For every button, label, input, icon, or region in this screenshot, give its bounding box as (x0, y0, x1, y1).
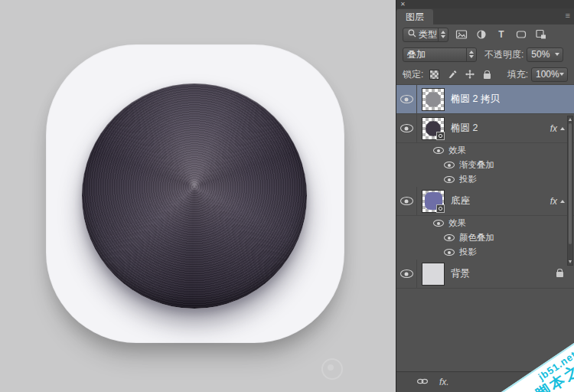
pixel-layers-filter-button[interactable] (453, 28, 470, 42)
eye-icon[interactable] (444, 234, 455, 241)
canvas-watermark-ghost (321, 358, 343, 380)
effect-row-gradient-overlay[interactable]: 渐变叠加 (396, 158, 574, 172)
close-icon[interactable]: ✕ (400, 2, 406, 8)
blend-mode-dropdown[interactable]: 叠加 (403, 47, 477, 62)
dropdown-arrows (466, 48, 476, 61)
eye-icon[interactable] (444, 249, 455, 256)
adjustment-layers-filter-button[interactable] (473, 28, 490, 42)
eye-icon[interactable] (433, 220, 444, 227)
filter-row: 类型 T (396, 24, 574, 44)
lock-position-icon[interactable] (463, 68, 476, 81)
layer-style-icon[interactable]: fx. (439, 377, 449, 387)
layer-thumbnail[interactable] (422, 88, 445, 111)
lock-row: 锁定: 填充: 100% (396, 64, 574, 84)
effect-row-drop-shadow[interactable]: 投影 (396, 172, 574, 187)
fx-badge[interactable]: fx (550, 123, 557, 134)
link-layers-icon[interactable] (416, 376, 429, 389)
brushed-metal-knob (82, 83, 307, 309)
chevron-down-icon (559, 73, 564, 76)
blend-row: 叠加 不透明度: 50% (396, 44, 574, 64)
effects-label: 效果 (448, 217, 466, 229)
lock-transparency-icon[interactable] (428, 68, 441, 81)
vector-mask-badge (436, 132, 445, 140)
type-layers-filter-button[interactable]: T (493, 28, 510, 42)
effect-row-color-overlay[interactable]: 颜色叠加 (396, 230, 574, 245)
effects-header-row[interactable]: 效果 (396, 143, 574, 158)
eye-icon[interactable] (433, 147, 444, 154)
effect-label: 投影 (459, 247, 477, 258)
smart-object-filter-button[interactable] (533, 28, 550, 42)
panel-group-bar: ✕ (396, 0, 574, 8)
vector-mask-badge (436, 204, 445, 213)
layer-name: 底座 (451, 194, 470, 207)
collapse-effects-arrow[interactable] (560, 200, 565, 203)
filter-kind-label: 类型 (419, 28, 437, 41)
shape-layers-filter-button[interactable] (513, 28, 530, 42)
fx-badge[interactable]: fx (550, 196, 557, 207)
scroll-down-icon[interactable] (569, 260, 572, 263)
layer-thumbnail[interactable] (422, 263, 445, 286)
eye-icon (400, 124, 413, 132)
tab-layers[interactable]: 图层 (396, 9, 433, 24)
lock-icon (556, 269, 563, 279)
layers-panel: ✕ 图层 ≡ 类型 T (396, 0, 574, 392)
scroll-up-icon[interactable] (569, 118, 572, 121)
visibility-toggle[interactable] (396, 114, 417, 142)
fill-label: 填充: (507, 68, 528, 81)
scrollbar-thumb[interactable] (569, 123, 572, 244)
panel-tabbar: 图层 ≡ (396, 8, 574, 24)
blend-mode-value: 叠加 (407, 48, 426, 61)
canvas-area[interactable] (0, 0, 396, 392)
layer-name: 背景 (451, 267, 470, 280)
chevron-down-icon (555, 53, 559, 56)
icon-base-squircle (46, 44, 344, 343)
effect-row-drop-shadow[interactable]: 投影 (396, 245, 574, 260)
panel-bottom-bar: fx. (396, 371, 574, 392)
layer-row-ellipse2-copy[interactable]: 椭圆 2 拷贝 (396, 85, 574, 114)
layer-row-background[interactable]: 背景 (396, 260, 574, 289)
eye-icon[interactable] (444, 162, 455, 168)
layer-name: 椭圆 2 (451, 122, 478, 135)
effect-label: 投影 (459, 174, 477, 185)
layer-row-base[interactable]: 底座 fx (396, 187, 574, 216)
eye-icon[interactable] (444, 176, 455, 183)
collapse-effects-arrow[interactable] (560, 127, 565, 130)
layer-thumbnail[interactable] (422, 190, 445, 213)
panel-menu-icon[interactable]: ≡ (566, 11, 569, 20)
fill-field[interactable]: 100% (531, 67, 568, 82)
lock-pixels-icon[interactable] (445, 68, 458, 81)
layers-list: 椭圆 2 拷贝 椭圆 2 fx 效果 渐变叠加 投影 (396, 84, 574, 372)
effects-header-row[interactable]: 效果 (396, 216, 574, 230)
effect-label: 颜色叠加 (459, 232, 494, 243)
effect-label: 渐变叠加 (459, 159, 494, 171)
type-icon: T (498, 29, 504, 40)
filter-kind-dropdown[interactable]: 类型 (403, 28, 448, 42)
photoshop-window: ✕ 图层 ≡ 类型 T (0, 0, 574, 392)
layer-thumbnail[interactable] (422, 117, 445, 140)
dropdown-arrows (438, 28, 448, 41)
layer-name: 椭圆 2 拷贝 (451, 93, 500, 106)
opacity-value: 50% (531, 49, 550, 60)
effects-label: 效果 (448, 145, 466, 156)
lock-all-icon[interactable] (481, 68, 494, 81)
lock-label: 锁定: (403, 68, 423, 81)
eye-icon (400, 197, 413, 205)
opacity-field[interactable]: 50% (527, 47, 563, 62)
visibility-toggle[interactable] (396, 260, 417, 288)
scrollbar[interactable] (567, 116, 573, 266)
fill-value: 100% (536, 69, 559, 80)
opacity-label: 不透明度: (484, 48, 523, 61)
visibility-toggle[interactable] (396, 187, 417, 215)
search-icon (407, 28, 417, 41)
eye-icon (400, 95, 413, 103)
visibility-toggle[interactable] (396, 85, 417, 113)
layer-row-ellipse2[interactable]: 椭圆 2 fx (396, 114, 574, 143)
eye-icon (400, 270, 413, 278)
